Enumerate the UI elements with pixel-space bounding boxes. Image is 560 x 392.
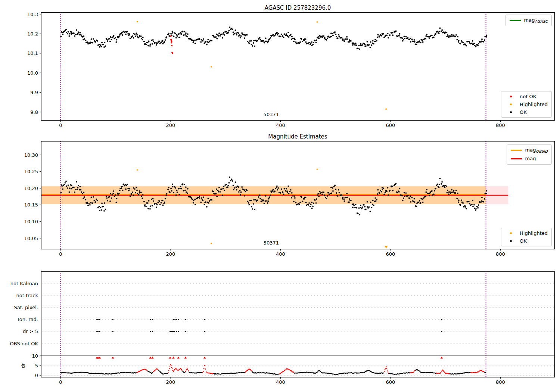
svg-text:0: 0 (59, 122, 62, 128)
svg-text:400: 400 (276, 251, 285, 257)
svg-text:200: 200 (166, 379, 175, 385)
svg-text:9.9: 9.9 (30, 90, 38, 95)
svg-text:10.15: 10.15 (24, 202, 38, 208)
ok-dot-sample (505, 240, 516, 242)
legend-row: OK (505, 109, 548, 115)
svg-text:0: 0 (35, 373, 38, 378)
dr-over-10-markers (96, 357, 443, 359)
svg-text:600: 600 (386, 379, 395, 385)
top-not-ok-points (170, 35, 173, 54)
mag-line-sample (511, 158, 522, 159)
top-ok-points (60, 27, 487, 50)
legend-label: mag (525, 156, 536, 162)
legend-row: OK (505, 238, 548, 244)
legend-label: magAGASC (524, 17, 548, 24)
svg-text:10: 10 (32, 353, 38, 359)
svg-text:10.0: 10.0 (27, 70, 38, 76)
obsid-annotation: 50371 (264, 112, 279, 117)
legend-label: Highlighted (520, 102, 548, 107)
x-axis: 0200400600800 (59, 120, 505, 128)
middle-plot-title: Magnitude Estimates (41, 133, 554, 140)
svg-text:Ion. rad.: Ion. rad. (18, 317, 38, 322)
dr-axis: 1050dr (20, 353, 41, 379)
figure: 020040060080010.310.210.110.09.99.850371… (0, 0, 560, 392)
svg-text:10.25: 10.25 (24, 169, 38, 174)
dr-ylabel: dr (20, 363, 26, 368)
legend-row: Highlighted (505, 230, 548, 236)
svg-text:dr > 5: dr > 5 (23, 329, 38, 334)
legend-middle-points: Highlighted OK (501, 228, 552, 246)
svg-text:600: 600 (386, 251, 395, 257)
legend-top-points: not OK Highlighted OK (501, 91, 552, 118)
svg-text:9.8: 9.8 (30, 109, 38, 115)
svg-text:OBS not OK: OBS not OK (10, 341, 38, 346)
plots-canvas: 020040060080010.310.210.110.09.99.850371… (0, 0, 560, 392)
highlighted-dot-sample (505, 103, 516, 105)
legend-row: magAGASC (510, 17, 548, 24)
svg-text:400: 400 (276, 122, 285, 128)
svg-text:600: 600 (386, 122, 395, 128)
flag-gridlines (41, 283, 554, 376)
legend-label: Highlighted (520, 230, 548, 236)
y-axis: 10.3010.2510.2010.1510.1010.05 (24, 152, 41, 241)
svg-text:10.10: 10.10 (24, 219, 38, 224)
svg-text:not Kalman: not Kalman (10, 281, 38, 286)
svg-text:0: 0 (59, 251, 62, 257)
svg-text:10.30: 10.30 (24, 152, 38, 158)
legend-mag-lines: magOBSID mag (507, 144, 552, 165)
svg-text:10.3: 10.3 (27, 12, 38, 17)
highlighted-dot-sample (505, 232, 516, 234)
y-axis: 10.310.210.110.09.99.8 (27, 12, 41, 115)
svg-text:200: 200 (166, 122, 175, 128)
flag-points (96, 319, 442, 332)
svg-text:800: 800 (496, 379, 505, 385)
top-highlighted-points (137, 21, 387, 110)
legend-label: OK (520, 238, 527, 244)
legend-label: OK (520, 109, 527, 115)
legend-row: magOBSID (511, 147, 548, 153)
svg-text:10.1: 10.1 (27, 50, 38, 56)
legend-row: not OK (505, 94, 548, 99)
obsid-annotation: 50371 (264, 240, 279, 246)
middle-highlighted-points (137, 168, 318, 244)
svg-text:400: 400 (276, 379, 285, 385)
legend-label: magOBSID (525, 147, 548, 153)
legend-mag-agasc: magAGASC (505, 15, 552, 26)
legend-row: mag (511, 156, 548, 162)
svg-text:10.20: 10.20 (24, 186, 38, 191)
svg-text:not track: not track (16, 293, 38, 298)
x-axis: 0200400600800 (59, 249, 505, 257)
svg-text:Sat. pixel.: Sat. pixel. (14, 305, 38, 310)
not-ok-dot-sample (505, 96, 516, 97)
agasc-line-sample (510, 20, 521, 21)
middle-clipped-markers (385, 246, 388, 249)
svg-text:10.2: 10.2 (27, 31, 38, 37)
svg-text:10.05: 10.05 (24, 236, 38, 241)
obsid-line-sample (511, 150, 522, 151)
legend-label: not OK (520, 94, 536, 99)
svg-text:5: 5 (35, 363, 38, 368)
x-axis: 0200400600800 (59, 377, 505, 385)
flag-row-labels: not Kalmannot trackSat. pixel.Ion. rad.d… (10, 281, 38, 346)
svg-text:0: 0 (59, 379, 62, 385)
legend-row: Highlighted (505, 102, 548, 107)
svg-text:800: 800 (496, 251, 505, 257)
svg-text:200: 200 (166, 251, 175, 257)
top-plot-title: AGASC ID 257823296.0 (41, 4, 554, 11)
ok-dot-sample (505, 111, 516, 113)
svg-text:800: 800 (496, 122, 505, 128)
